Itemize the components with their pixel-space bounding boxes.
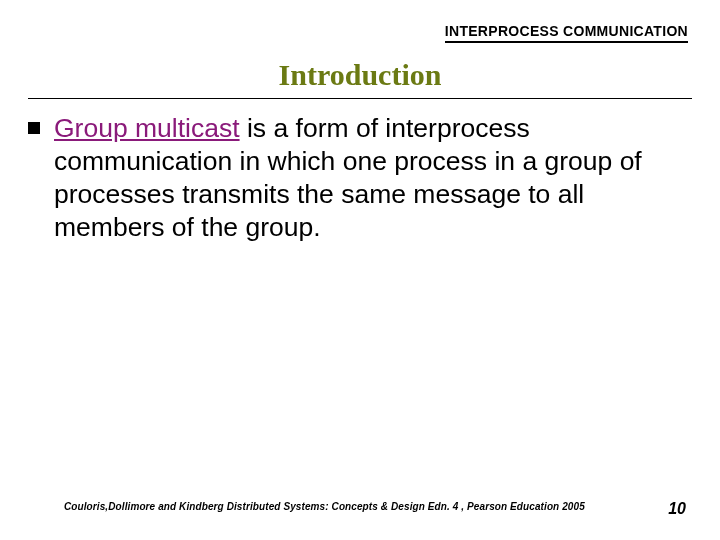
bullet-item: Group multicast is a form of interproces… (28, 112, 692, 245)
page-number: 10 (668, 500, 686, 518)
slide-title: Introduction (28, 58, 692, 98)
footer-citation: Couloris,Dollimore and Kindberg Distribu… (64, 501, 585, 512)
header: INTERPROCESS COMMUNICATION (445, 22, 688, 43)
content-area: Group multicast is a form of interproces… (28, 112, 692, 245)
header-label: INTERPROCESS COMMUNICATION (445, 23, 688, 43)
title-divider (28, 98, 692, 99)
body-paragraph: Group multicast is a form of interproces… (54, 112, 692, 245)
square-bullet-icon (28, 122, 40, 134)
title-section: Introduction (28, 58, 692, 99)
highlight-term: Group multicast (54, 113, 240, 143)
